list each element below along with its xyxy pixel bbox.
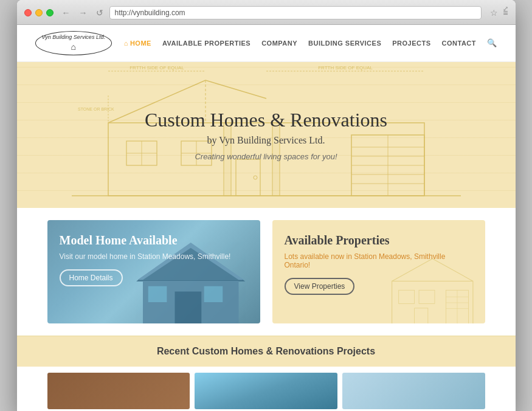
hero-content: Custom Homes & Renovations by Vyn Buildi… xyxy=(133,91,399,179)
hero-tagline: Creating wonderful living spaces for you… xyxy=(145,152,387,161)
site-navigation: ⌂ HOME AVAILABLE PROPERTIES COMPANY BUIL… xyxy=(124,38,497,47)
available-properties-description: Lots available now in Station Meadows, S… xyxy=(285,252,473,269)
svg-text:FRTTH SIDE OF EQUAL: FRTTH SIDE OF EQUAL xyxy=(130,65,184,71)
close-button[interactable] xyxy=(24,9,32,16)
browser-window: ← → ↺ http://vynbuilding.com ☆ ≡ ⤢ Vyn B… xyxy=(17,0,516,411)
refresh-button[interactable]: ↺ xyxy=(94,7,106,19)
available-properties-title: Available Properties xyxy=(285,233,473,247)
search-icon[interactable]: 🔍 xyxy=(487,38,497,47)
nav-item-company[interactable]: COMPANY xyxy=(261,40,297,47)
recent-projects-band: Recent Custom Homes & Renovations Projec… xyxy=(17,336,516,367)
website-content: Vyn Building Services Ltd. ⌂ ⌂ HOME AVAI… xyxy=(17,25,516,411)
svg-text:STONE OR BRICK: STONE OR BRICK xyxy=(78,107,114,111)
bookmark-icon[interactable]: ☆ xyxy=(490,8,498,18)
expand-button[interactable]: ⤢ xyxy=(503,5,508,13)
hero-subtitle: by Vyn Building Services Ltd. xyxy=(145,135,387,146)
cards-section: Model Home Available Visit our model hom… xyxy=(17,208,516,336)
forward-button[interactable]: → xyxy=(77,7,90,19)
nav-item-building-services[interactable]: BUILDING SERVICES xyxy=(308,40,381,47)
model-home-title: Model Home Available xyxy=(60,233,248,247)
home-details-button[interactable]: Home Details xyxy=(60,269,123,286)
available-properties-content: Available Properties Lots available now … xyxy=(272,220,485,308)
svg-text:FRTTH SIDE OF EQUAL: FRTTH SIDE OF EQUAL xyxy=(318,65,373,71)
model-home-card: Model Home Available Visit our model hom… xyxy=(47,220,260,323)
logo-text: Vyn Building Services Ltd. xyxy=(42,34,105,41)
home-nav-icon: ⌂ xyxy=(124,40,128,47)
model-home-card-content: Model Home Available Visit our model hom… xyxy=(47,220,260,300)
project-thumbnails xyxy=(17,367,516,411)
minimize-button[interactable] xyxy=(35,9,43,16)
available-properties-card: Available Properties Lots available now … xyxy=(272,220,485,323)
maximize-button[interactable] xyxy=(46,9,54,16)
site-logo: Vyn Building Services Ltd. ⌂ xyxy=(35,31,112,55)
address-bar[interactable]: http://vynbuilding.com xyxy=(109,6,482,19)
site-header: Vyn Building Services Ltd. ⌂ ⌂ HOME AVAI… xyxy=(17,25,516,62)
nav-item-projects[interactable]: PROJECTS xyxy=(392,40,430,47)
project-thumb-3 xyxy=(342,373,485,409)
project-thumb-1 xyxy=(47,373,190,409)
logo-house-icon: ⌂ xyxy=(42,41,105,52)
traffic-lights xyxy=(24,9,54,16)
browser-chrome: ← → ↺ http://vynbuilding.com ☆ ≡ ⤢ xyxy=(17,0,516,25)
nav-item-home[interactable]: ⌂ HOME xyxy=(124,40,151,47)
back-button[interactable]: ← xyxy=(60,7,73,19)
view-properties-button[interactable]: View Properties xyxy=(285,278,355,295)
url-text: http://vynbuilding.com xyxy=(115,9,185,17)
recent-projects-title: Recent Custom Homes & Renovations Projec… xyxy=(35,346,497,357)
hero-section: FRTTH SIDE OF EQUAL FRTTH SIDE OF EQUAL … xyxy=(17,62,516,208)
nav-item-contact[interactable]: CONTACT xyxy=(442,40,476,47)
hero-title: Custom Homes & Renovations xyxy=(145,109,387,131)
svg-rect-44 xyxy=(415,308,428,323)
nav-item-available-properties[interactable]: AVAILABLE PROPERTIES xyxy=(162,40,250,47)
model-home-description: Visit our model home in Station Meadows,… xyxy=(60,252,248,261)
project-thumb-2 xyxy=(195,373,337,409)
